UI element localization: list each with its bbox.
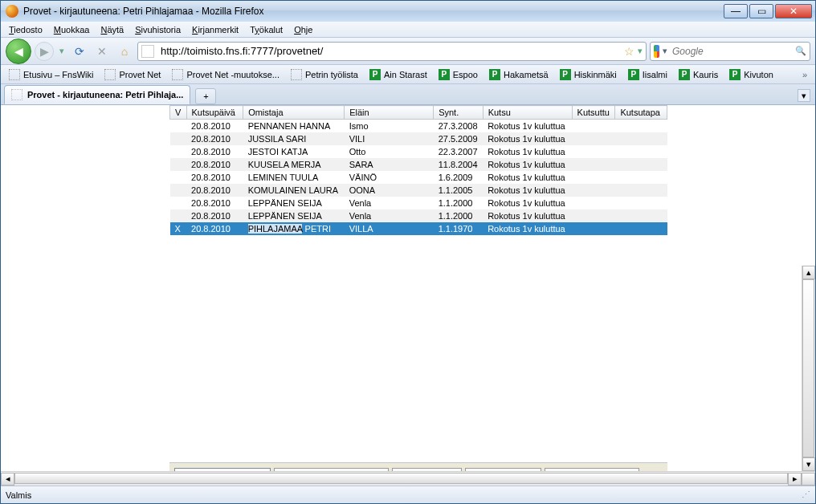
cell-owner: PIHLAJAMAA PETRI <box>243 222 345 235</box>
url-bar[interactable]: ☆ ▾ <box>137 42 647 61</box>
th-v[interactable]: V <box>170 106 187 120</box>
bookmark-label: Kivuton <box>744 70 773 79</box>
p-green-icon: P <box>439 69 450 80</box>
th-synt[interactable]: Synt. <box>434 106 483 120</box>
cell-date: 20.8.2010 <box>186 197 243 209</box>
p-green-icon: P <box>628 69 639 80</box>
scrollbar-corner <box>802 473 815 486</box>
window-minimize-button[interactable]: — <box>724 4 748 18</box>
kutsutapa-select[interactable]: Valitse kutsutapa <box>174 468 271 471</box>
bookmark-item[interactable]: PIisalmi <box>623 67 672 82</box>
bookmark-label: Hakametsä <box>504 70 549 79</box>
menu-kirjanmerkit[interactable]: Kirjanmerkit <box>187 23 243 36</box>
menu-tiedosto[interactable]: TTiedostoiedosto <box>4 23 47 36</box>
table-row-selected[interactable]: X20.8.2010PIHLAJAMAA PETRIVILLA1.1.1970R… <box>170 222 667 235</box>
cell-method <box>615 197 667 209</box>
cell-method <box>615 209 667 222</box>
table-row[interactable]: 20.8.2010PENNANEN HANNAIsmo27.3.2008Roko… <box>170 120 667 133</box>
stop-button[interactable]: ✕ <box>95 44 109 59</box>
table-row[interactable]: 20.8.2010LEPPÄNEN SEIJAVenla1.1.2000Roko… <box>170 209 667 222</box>
tab-list-button[interactable]: ▾ <box>798 89 810 102</box>
scroll-right-icon[interactable]: ▸ <box>788 473 802 486</box>
cell-birth: 1.6.2009 <box>434 171 483 184</box>
forward-button[interactable]: ▶ <box>35 42 54 61</box>
horizontal-scrollbar[interactable]: ◂ ▸ <box>1 471 815 486</box>
cell-call: Rokotus 1v kuluttua <box>483 209 572 222</box>
menu-nayta[interactable]: Näytä <box>96 23 129 36</box>
table-row[interactable]: 20.8.2010JUSSILA SARIVILI27.5.2009Rokotu… <box>170 132 667 145</box>
cell-date: 20.8.2010 <box>186 145 243 158</box>
resize-grip-icon[interactable]: ⋰ <box>802 490 810 500</box>
window-titlebar: Provet - kirjautuneena: Petri Pihlajamaa… <box>1 1 815 22</box>
scroll-left-icon[interactable]: ◂ <box>1 473 14 486</box>
bookmark-item[interactable]: PKivuton <box>724 67 778 82</box>
bookmark-item[interactable]: PEspoo <box>434 67 483 82</box>
url-dropdown-icon[interactable]: ▾ <box>638 46 643 56</box>
menu-ohje[interactable]: Ohje <box>289 23 317 36</box>
cell-v: X <box>170 222 187 235</box>
bookmark-item[interactable]: PHiskinmäki <box>555 67 622 82</box>
bookmark-item[interactable]: PKauris <box>674 67 723 82</box>
cell-owner: LEPPÄNEN SEIJA <box>243 197 345 209</box>
bookmark-label: Hiskinmäki <box>574 70 617 79</box>
th-omistaja[interactable]: Omistaja <box>243 106 345 120</box>
th-kutsu[interactable]: Kutsu <box>483 106 572 120</box>
bookmark-item[interactable]: Etusivu – FnsWiki <box>4 67 98 82</box>
cell-birth: 27.3.2008 <box>434 120 483 133</box>
cell-date: 20.8.2010 <box>186 158 243 171</box>
bookmark-item[interactable]: Provet Net <box>100 67 165 82</box>
lista-valituista-button[interactable]: Lista valituista <box>392 468 462 471</box>
table-row[interactable]: 20.8.2010LEPPÄNEN SEIJAVenla1.1.2000Roko… <box>170 197 667 209</box>
cell-date: 20.8.2010 <box>186 120 243 133</box>
window-close-button[interactable]: ✕ <box>775 4 812 18</box>
window-maximize-button[interactable]: ▭ <box>749 4 773 18</box>
th-kutsuttu[interactable]: Kutsuttu <box>572 106 615 120</box>
th-kutsupaiva[interactable]: Kutsupäivä <box>186 106 243 120</box>
th-kutsutapa[interactable]: Kutsutapa <box>615 106 667 120</box>
kirjeet-valituista-button[interactable]: Kirjeet valituista <box>465 468 541 471</box>
menu-tyokalut[interactable]: Työkalut <box>245 23 288 36</box>
tekstiviesti-valituista-button[interactable]: Tekstiviesti valituista <box>545 468 639 471</box>
bookmark-item[interactable]: Petrin työlista <box>286 67 363 82</box>
vertical-scrollbar[interactable]: ▴ ▾ <box>802 266 815 471</box>
th-elain[interactable]: Eläin <box>345 106 434 120</box>
bookmark-star-icon[interactable]: ☆ <box>624 45 634 58</box>
menu-sivuhistoria[interactable]: Sivuhistoria <box>130 23 186 36</box>
table-row[interactable]: 20.8.2010LEMINEN TUULAVÄINÖ1.6.2009Rokot… <box>170 171 667 184</box>
table-row[interactable]: 20.8.2010KOMULAINEN LAURAOONA1.1.2005Rok… <box>170 184 667 197</box>
p-green-icon: P <box>489 69 500 80</box>
p-green-icon: P <box>369 69 381 80</box>
new-tab-button[interactable]: + <box>195 88 216 104</box>
menu-muokkaa[interactable]: Muokkaa <box>49 23 95 36</box>
cell-method <box>615 120 667 133</box>
home-button[interactable]: ⌂ <box>117 44 132 59</box>
bookmarks-overflow-icon[interactable]: » <box>798 70 812 79</box>
cell-birth: 1.1.1970 <box>434 222 483 235</box>
page-icon <box>9 69 20 80</box>
search-dropdown-icon[interactable]: ▾ <box>663 46 667 56</box>
bookmark-item[interactable]: PHakametsä <box>484 67 553 82</box>
table-row[interactable]: 20.8.2010JESTOI KATJAOtto22.3.2007Rokotu… <box>170 145 667 158</box>
search-input[interactable] <box>671 45 795 58</box>
back-button[interactable]: ◀ <box>6 39 31 64</box>
reload-button[interactable]: ⟳ <box>72 44 87 59</box>
cell-animal: VILLA <box>345 222 434 235</box>
bookmark-item[interactable]: PAin Starast <box>365 67 432 82</box>
tab-strip: Provet - kirjautuneena: Petri Pihlaja...… <box>1 84 815 105</box>
cell-birth: 22.3.2007 <box>434 145 483 158</box>
cell-call: Rokotus 1v kuluttua <box>483 132 572 145</box>
scroll-up-icon[interactable]: ▴ <box>802 266 815 279</box>
search-bar[interactable]: ▾ 🔍 <box>650 42 810 61</box>
status-bar: Valmis ⋰ <box>1 486 815 503</box>
bookmark-item[interactable]: Provet Net -muutokse... <box>167 67 284 82</box>
search-go-icon[interactable]: 🔍 <box>795 46 806 56</box>
scroll-down-icon[interactable]: ▾ <box>802 457 815 471</box>
tab-active[interactable]: Provet - kirjautuneena: Petri Pihlaja... <box>4 85 190 104</box>
nav-history-dropdown[interactable]: ▾ <box>57 42 67 61</box>
table-row[interactable]: 20.8.2010KUUSELA MERJASARA11.8.2004Rokot… <box>170 158 667 171</box>
merkitse-valitut-button[interactable]: Merkitse valitut kutsutuksi <box>274 468 389 471</box>
url-input[interactable] <box>159 44 621 58</box>
cell-v <box>170 145 187 158</box>
data-panel: V Kutsupäivä Omistaja Eläin Synt. Kutsu … <box>169 105 667 348</box>
bookmark-label: Provet Net -muutokse... <box>186 70 279 79</box>
